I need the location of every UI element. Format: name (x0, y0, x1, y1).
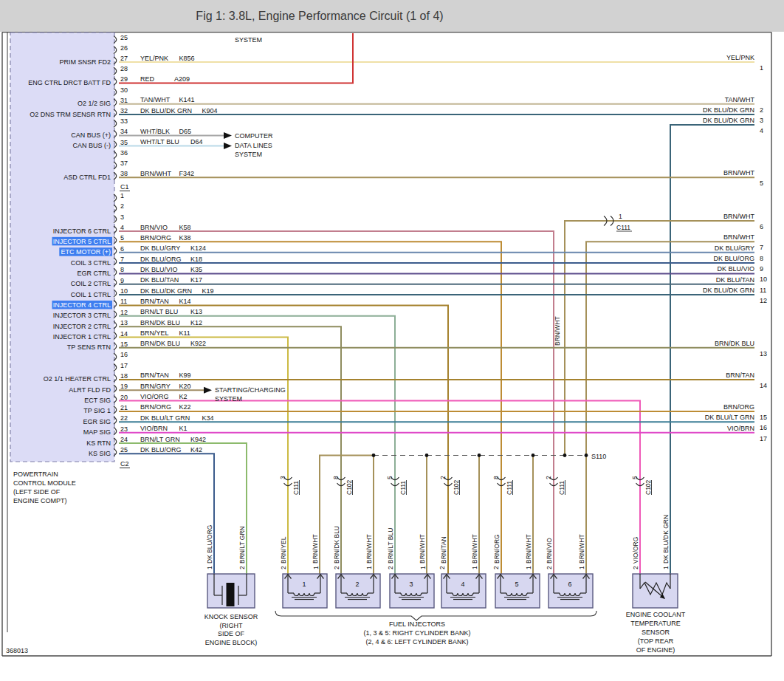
component-caption-line: SENSOR (642, 629, 670, 636)
component-caption-line: ENGINE COOLANT (626, 611, 686, 618)
pcm-caption-line: ENGINE COMPT) (13, 497, 67, 504)
pcm-pin-number: 31 (120, 97, 128, 104)
wire-circuit-label: K42 (190, 446, 202, 454)
wire-color-label: BRN/TAN (140, 298, 169, 305)
pcm-pin-label: O2 1/1 HEATER CTRL (44, 375, 111, 383)
offpage-label-line: STARTING/CHARGING (215, 386, 286, 394)
vertical-wire-label: BRN/WHT (471, 534, 478, 564)
inline-connector-name: C102 (644, 479, 652, 495)
wire-color-label: RED (140, 75, 155, 83)
vertical-wire-label: DK BLU/DK GRN (662, 515, 670, 564)
offpage-system-top-label: SYSTEM (235, 36, 262, 44)
splice-dot (563, 454, 567, 457)
wire-color-label: DK BLU/ORG (140, 446, 182, 454)
pcm-pin-number: 18 (120, 372, 128, 380)
wire-circuit-label: F342 (179, 170, 194, 177)
vertical-wire-label: BRN/TAN (440, 536, 447, 564)
wire-circuit-label: K34 (202, 414, 214, 422)
pcm-pin-number: 25 (120, 34, 128, 41)
pcm-pin-label: O2 DNS TRM SENSR RTN (30, 111, 111, 118)
pcm-pin-label: ETC MOTOR (+) (61, 248, 111, 256)
wire-color-label: DK BLU/VIO (140, 266, 178, 273)
injector-group-bracket (275, 611, 596, 620)
pcm-pin-number: 22 (120, 414, 128, 422)
wire-color-label: BRN/LT GRN (140, 436, 180, 443)
component-pin-number: 2 (546, 566, 553, 569)
pcm-pin-label: CAN BUS (-) (73, 142, 111, 149)
vertical-wire-label: BRN/WHT (554, 316, 561, 346)
splice-dot (532, 454, 535, 457)
wire-circuit-label: K12 (190, 319, 202, 326)
splice-dot (372, 454, 376, 457)
injector-number: 5 (515, 581, 518, 588)
pcm-pin-number: 27 (120, 55, 128, 62)
component-pin-number: 2 (333, 566, 340, 569)
wire-color-label: WHT/LT BLU (140, 138, 179, 146)
splice-dot (425, 454, 429, 457)
pcm-pin-number: 11 (120, 298, 127, 305)
right-exit-label: DK BLU/DK GRN (703, 287, 754, 294)
pcm-pin-number: 2 (120, 202, 124, 210)
pcm-pin-number: 38 (120, 170, 128, 177)
right-exit-label: DK BLU/TAN (716, 276, 754, 284)
pcm-pin-label: KS SIG (89, 450, 111, 457)
wire-circuit-label: K1 (179, 425, 187, 432)
vertical-wire-label: BRN/ORG (493, 534, 501, 564)
inline-connector-pin: 3 (279, 476, 286, 479)
wire-circuit-label: K904 (202, 107, 218, 114)
right-exit-label: VIO/BRN (727, 425, 754, 432)
vertical-wire-label: BRN/VIO (546, 538, 553, 564)
pcm-pin-number: 12 (120, 309, 128, 316)
splice-dot (478, 454, 481, 457)
wire-circuit-label: A209 (174, 75, 190, 83)
component-caption-line: (TOP REAR (638, 637, 674, 645)
wire-circuit-label: K11 (179, 329, 190, 337)
wire-circuit-label: D65 (179, 128, 191, 135)
wire-circuit-label: K124 (190, 244, 206, 252)
pcm-pin-number: 5 (120, 234, 124, 242)
component-pin-number: 2 (632, 566, 639, 569)
pcm-pin-label: MAP SIG (83, 428, 111, 436)
component-caption-line: OF ENGINE) (636, 646, 675, 654)
right-exit-number: 12 (760, 297, 767, 304)
vertical-wire-label: BRN/DK BLU (333, 526, 340, 564)
wire-color-label: BRN/ORG (140, 403, 171, 411)
right-exit-number: 9 (760, 265, 763, 273)
right-exit-number: 6 (760, 223, 763, 230)
inline-connector-pin: 8 (332, 476, 340, 479)
vertical-wire-label: BRN/WHT (312, 534, 319, 564)
pcm-pin-label: ASD CTRL FD1 (63, 174, 111, 181)
pcm-caption-line: (LEFT SIDE OF (13, 488, 61, 496)
right-exit-label: DK BLU/ORG (713, 255, 754, 262)
wire-circuit-label: K856 (179, 55, 194, 62)
wire-circuit-label: D64 (190, 138, 203, 146)
injector-number: 6 (568, 581, 571, 588)
drawing-number: 368013 (6, 647, 28, 654)
wire-color-label: BRN/VIO (140, 224, 168, 231)
pcm-pin-number: 9 (120, 277, 124, 284)
wire-color-label: BRN/YEL (140, 329, 169, 337)
right-exit-label: DK BLU/DK GRN (703, 106, 754, 114)
pcm-pin-label: TP SENS RTN (67, 343, 111, 351)
inline-connector-pin: 2 (439, 476, 447, 479)
pcm-pin-label: TP SIG 1 (83, 407, 111, 414)
component-caption-line: KNOCK SENSOR (204, 613, 258, 620)
right-exit-label: BRN/WHT (723, 213, 754, 220)
pcm-pin-number: 13 (120, 319, 128, 326)
wire-circuit-label: K18 (190, 256, 202, 263)
pcm-pin-number: 25 (120, 446, 128, 454)
fuel-injectors-caption: FUEL INJECTORS (1, 3 & 5: RIGHT CYLINDER… (364, 620, 471, 646)
wire-color-label: BRN/DK BLU (140, 319, 180, 326)
wire-circuit-label: K17 (190, 276, 202, 284)
right-exit-number: 17 (760, 435, 767, 442)
component-pin-number: 1 (419, 566, 427, 569)
right-exit-number: 10 (760, 276, 767, 283)
wire-color-label: BRN/WHT (140, 170, 171, 177)
right-exit-label: BRN/DK BLU (715, 340, 754, 347)
pcm-pin-number: 36 (120, 149, 128, 157)
right-exit-label: BRN/WHT (723, 233, 754, 241)
vertical-wire-label: VIO/ORG (632, 537, 639, 564)
offpage-label-line: SYSTEM (235, 151, 262, 158)
wire-color-label: DK BLU/DK GRN (140, 287, 192, 295)
pcm-pin-number: 30 (120, 86, 128, 94)
